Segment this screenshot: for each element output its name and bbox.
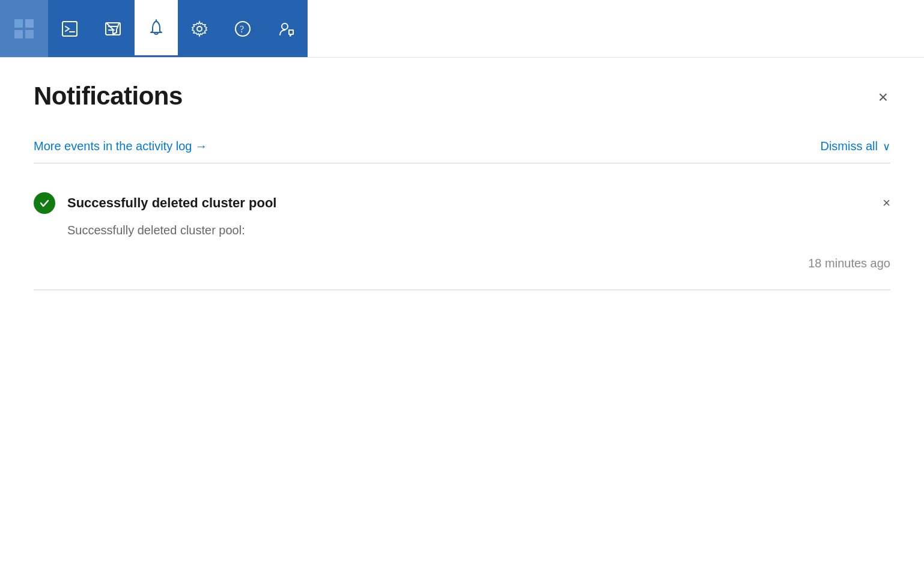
dismiss-all-label: Dismiss all <box>820 139 878 153</box>
notifications-button[interactable] <box>135 0 178 57</box>
logo-icon <box>13 18 35 40</box>
dismiss-all-area[interactable]: Dismiss all ∨ <box>820 139 890 153</box>
notifications-panel: Notifications × More events in the activ… <box>0 58 924 290</box>
bell-icon <box>148 19 165 36</box>
notification-time-row: 18 minutes ago <box>34 257 890 275</box>
help-icon: ? <box>234 20 251 37</box>
filter-button[interactable] <box>91 0 135 57</box>
svg-rect-3 <box>25 30 34 38</box>
notification-timestamp: 18 minutes ago <box>808 257 890 270</box>
notification-title-text: Successfully deleted cluster pool <box>67 195 276 211</box>
dismiss-chevron-icon: ∨ <box>883 140 890 153</box>
settings-button[interactable] <box>178 0 221 57</box>
settings-icon <box>191 20 208 37</box>
svg-point-11 <box>197 26 202 31</box>
user-feedback-icon <box>278 20 294 37</box>
terminal-button[interactable] <box>48 0 91 57</box>
svg-rect-2 <box>14 30 23 38</box>
activity-log-link[interactable]: More events in the activity log → <box>34 139 207 153</box>
svg-point-14 <box>282 23 288 29</box>
filter-icon <box>105 20 121 37</box>
svg-rect-0 <box>14 19 23 28</box>
topbar-left-section <box>0 0 135 57</box>
svg-text:?: ? <box>240 24 244 34</box>
checkmark-icon <box>38 197 50 209</box>
topbar: ? <box>0 0 924 58</box>
help-button[interactable]: ? <box>221 0 264 57</box>
notifications-header: Notifications × <box>34 82 890 111</box>
notification-item-header: Successfully deleted cluster pool × <box>34 192 890 214</box>
user-feedback-button[interactable] <box>264 0 308 57</box>
top-divider <box>34 163 890 163</box>
notifications-title: Notifications <box>34 82 183 111</box>
notification-item: Successfully deleted cluster pool × Succ… <box>34 178 890 290</box>
notification-body-text: Successfully deleted cluster pool: <box>34 224 890 237</box>
close-notifications-button[interactable]: × <box>876 87 890 108</box>
notification-title-area: Successfully deleted cluster pool <box>34 192 276 214</box>
svg-rect-1 <box>25 19 34 28</box>
topbar-right-section: ? <box>178 0 308 57</box>
dismiss-notification-button[interactable]: × <box>883 195 890 211</box>
bottom-divider <box>34 290 890 290</box>
terminal-icon <box>61 20 78 37</box>
success-status-icon <box>34 192 55 214</box>
logo-area <box>0 0 48 57</box>
activity-bar: More events in the activity log → Dismis… <box>34 139 890 153</box>
